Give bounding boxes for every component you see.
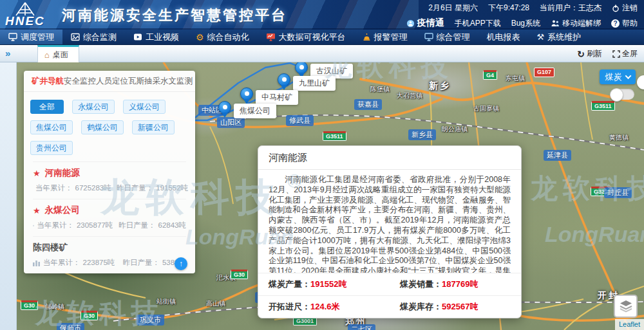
mine-name: 永煤公司 (33, 205, 186, 216)
map-place-label: 封丘县 (604, 187, 632, 198)
map-place-label: 邙岭镇 (45, 302, 64, 311)
mine-list-item[interactable]: 永煤公司 当年累计：2305877吨 昨日产量：62843吨 (33, 199, 186, 236)
map-pin-icon (218, 101, 231, 114)
map-place-label: G30 (231, 270, 248, 279)
chevron-down-icon (625, 73, 631, 79)
map-place-label: 巩义市 (137, 315, 164, 325)
map-place-label: 新乡县 (408, 129, 436, 140)
tab-bar: » ⌂ 桌面 ↻ 刷新 全屏 (0, 45, 644, 62)
filter-button[interactable]: 焦煤公司 (30, 120, 73, 134)
filter-button[interactable]: 义煤公司 (123, 100, 166, 114)
stat-coal-inventory: 煤炭库存：592567吨 (390, 296, 521, 318)
map-place-label: 古固寨镇 (473, 104, 499, 113)
mine-list-item[interactable]: 河南能源 当年累计：6725283吨 昨日产量：191552吨 (33, 161, 186, 199)
current-user: 当前用户：王志杰 (540, 3, 601, 14)
siren-icon (363, 33, 371, 41)
map-place-label: 二七区 (348, 324, 375, 330)
map-place-label: 朗公庙镇 (442, 125, 468, 134)
panel-tabs: 矿井导航 安全监控 人员定位 瓦斯抽采 水文监测 (24, 71, 195, 92)
filter-button[interactable]: 贵州公司 (30, 141, 73, 155)
app-download-link[interactable]: 手机APP下载 (455, 18, 501, 29)
app-window: HNEC 河南能源安全生产智慧管控平台 2月6日 星期六 下午9:47:28 当… (0, 0, 644, 330)
nav-item-alarm[interactable]: 报警管理 (354, 30, 416, 44)
coal-layer-button[interactable]: 煤炭 (600, 69, 636, 84)
nav-item-monitoring[interactable]: 综合监测 (62, 30, 125, 44)
filter-button[interactable]: 永煤公司 (72, 100, 115, 114)
scroll-top-button[interactable] (175, 257, 187, 270)
tab-mine-navigation[interactable]: 矿井导航 (32, 76, 64, 87)
expand-menu-button[interactable]: » (5, 48, 10, 59)
bug-system-link[interactable]: Bug系统 (511, 18, 540, 29)
popup-title: 河南能源 (258, 146, 521, 170)
map-place-label: 新乡 (429, 80, 451, 92)
hnec-logo: HNEC (5, 2, 45, 26)
stat-advance-footage: 开拓进尺：124.6米 (258, 296, 390, 318)
nav-item-automation[interactable]: ⚙ 综合自动化 (187, 30, 258, 44)
mine-name: 陈四楼矿 (33, 242, 186, 253)
collapsed-sidebar (0, 62, 17, 330)
mine-list-item[interactable]: 陈四楼矿 当年累计：223875吨 昨日产量：5389吨 (33, 236, 186, 273)
map-place-label: 高山镇 (206, 299, 225, 308)
refresh-button[interactable]: ↻ 刷新 (577, 48, 602, 59)
map-place-label: 偃师市 (57, 323, 84, 330)
page-title: 河南能源安全生产智慧管控平台 (62, 6, 287, 25)
tab-personnel-location[interactable]: 人员定位 (96, 76, 128, 87)
filter-button[interactable]: 新疆公司 (132, 120, 175, 134)
logout-button[interactable]: 注销 (612, 3, 638, 14)
mine-marker-label: 焦煤公司 (234, 104, 276, 118)
map-place-label: G3511 (591, 101, 615, 111)
mobile-unbind-link[interactable]: 移动端解绑 (551, 18, 601, 29)
popup-description: 河南能源化工集团是经河南省委、省政府批准，分别于2008年12月、2013年9月… (258, 170, 521, 273)
map-place-label: G107 (534, 68, 554, 77)
video-icon (133, 33, 142, 41)
nav-item-industrial-video[interactable]: 工业视频 (125, 30, 187, 44)
layers-icon (619, 300, 633, 313)
mine-marker-label: 九里山矿 (293, 76, 336, 91)
map-place-label: G30 (80, 311, 98, 320)
company-filters: 全部 永煤公司 义煤公司 焦煤公司 鹤煤公司 新疆公司 贵州公司 (24, 92, 195, 161)
star-icon (33, 206, 41, 215)
mine-info-popup: 河南能源 河南能源化工集团是经河南省委、省政府批准，分别于2008年12月、20… (258, 145, 522, 318)
mine-stats: 当年累计：223875吨 昨日产量：5389吨 (33, 258, 186, 268)
nav-item-dispatch[interactable]: 调度管理 (0, 30, 62, 44)
filter-button[interactable]: 全部 (30, 100, 64, 114)
home-icon: ⌂ (44, 50, 50, 60)
layer-toggle-switch[interactable] (610, 89, 634, 100)
fullscreen-icon (612, 50, 620, 58)
bar-chart-icon (33, 222, 34, 229)
map-place-label: 山阳区 (217, 117, 245, 128)
help-icon (611, 19, 620, 28)
tab-desktop[interactable]: ⌂ 桌面 (37, 45, 79, 62)
map-pin-icon (240, 87, 253, 100)
map-place-label: 黄德镇 (609, 133, 629, 142)
filter-button[interactable]: 鹤煤公司 (81, 120, 124, 134)
popup-stats: 煤炭产量：191552吨 煤炭销量：187769吨 开拓进尺：124.6米 煤炭… (258, 273, 521, 318)
tab-gas-drainage[interactable]: 瓦斯抽采 (128, 76, 160, 87)
mine-stats: 当年累计：2305877吨 昨日产量：62843吨 (33, 221, 186, 230)
mine-navigation-panel: 矿井导航 安全监控 人员定位 瓦斯抽采 水文监测 全部 永煤公司 义煤公司 焦煤… (24, 71, 195, 273)
tab-safety-monitoring[interactable]: 安全监控 (64, 76, 96, 87)
nav-item-bigdata[interactable]: 大数据可视化平台 (258, 30, 354, 44)
logo-text: HNEC (5, 16, 45, 26)
help-link[interactable]: 帮助 (611, 18, 638, 29)
fullscreen-button[interactable]: 全屏 (612, 48, 638, 59)
main-nav: 调度管理 综合监测 工业视频 ⚙ 综合自动化 (0, 30, 644, 45)
leaflet-link[interactable]: Leaflet (619, 320, 640, 328)
header-time: 下午9:47:28 (488, 3, 529, 14)
refresh-icon: ↻ (577, 49, 585, 59)
map-pin-icon (278, 73, 290, 86)
nav-item-maintenance[interactable]: ⚒ 系统维护 (529, 30, 590, 44)
epidemic-link[interactable]: 疫情通 (406, 17, 444, 29)
map-place-label: G30 (21, 300, 38, 310)
layers-control-button[interactable] (614, 295, 638, 318)
wrench-icon: ⚒ (537, 33, 545, 41)
map-place-label: 站街镇 (156, 297, 176, 306)
nav-item-admin[interactable]: 综合管理 (416, 30, 478, 44)
nav-item-electromech-report[interactable]: 机电报表 (478, 30, 529, 44)
stat-coal-sales: 煤炭销量：187769吨 (390, 273, 521, 295)
app-header: HNEC 河南能源安全生产智慧管控平台 2月6日 星期六 下午9:47:28 当… (0, 0, 644, 30)
tab-hydrology[interactable]: 水文监测 (160, 76, 193, 87)
map-place-label: 陈堡镇 (370, 85, 390, 94)
bigdata-screen-icon (266, 33, 276, 41)
bar-chart-icon (33, 259, 41, 266)
